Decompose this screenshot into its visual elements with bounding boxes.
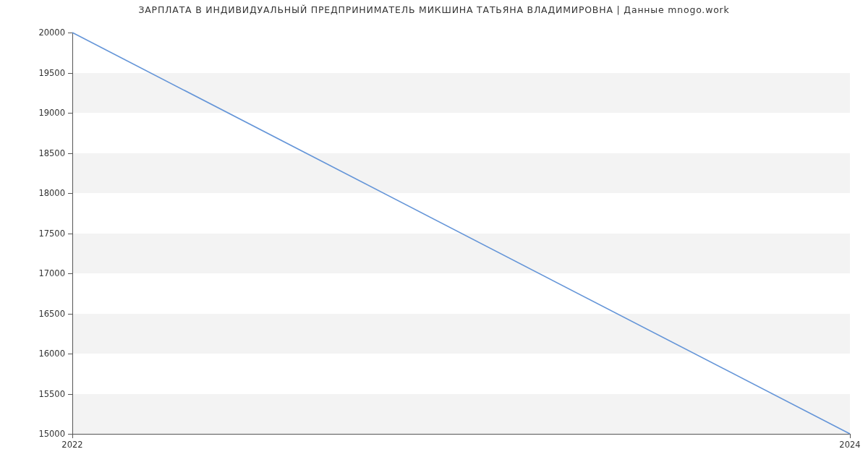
y-tick-label: 17500 <box>7 228 65 239</box>
y-tick-label: 15500 <box>7 389 65 399</box>
y-tick-label: 17000 <box>7 268 65 278</box>
y-tick-label: 18500 <box>7 148 65 158</box>
x-tick-mark <box>850 434 851 438</box>
y-tick-label: 18000 <box>7 188 65 198</box>
y-tick-label: 16000 <box>7 349 65 359</box>
x-tick-mark <box>72 434 73 438</box>
series-line <box>72 33 850 434</box>
y-tick-label: 19500 <box>7 68 65 78</box>
y-tick-label: 15000 <box>7 429 65 439</box>
x-tick-label: 2024 <box>839 440 860 450</box>
chart-title: ЗАРПЛАТА В ИНДИВИДУАЛЬНЫЙ ПРЕДПРИНИМАТЕЛ… <box>0 4 868 15</box>
y-tick-label: 16500 <box>7 309 65 319</box>
chart-container: ЗАРПЛАТА В ИНДИВИДУАЛЬНЫЙ ПРЕДПРИНИМАТЕЛ… <box>0 0 868 470</box>
y-tick-label: 20000 <box>7 27 65 38</box>
x-tick-label: 2022 <box>61 440 82 450</box>
line-series-svg <box>72 33 850 434</box>
x-axis-line <box>72 434 850 435</box>
y-tick-label: 19000 <box>7 108 65 118</box>
